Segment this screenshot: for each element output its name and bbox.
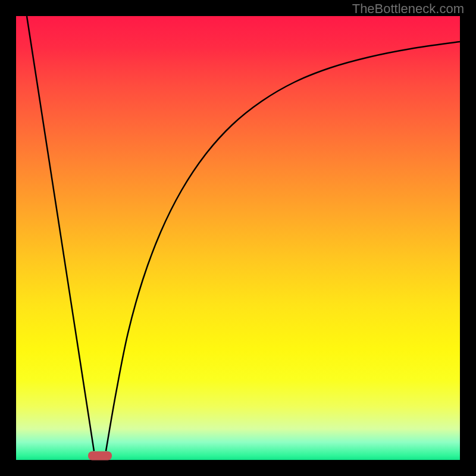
gradient-plot-area xyxy=(16,16,460,460)
optimal-point-marker xyxy=(88,452,112,461)
watermark-text: TheBottleneck.com xyxy=(352,1,464,17)
